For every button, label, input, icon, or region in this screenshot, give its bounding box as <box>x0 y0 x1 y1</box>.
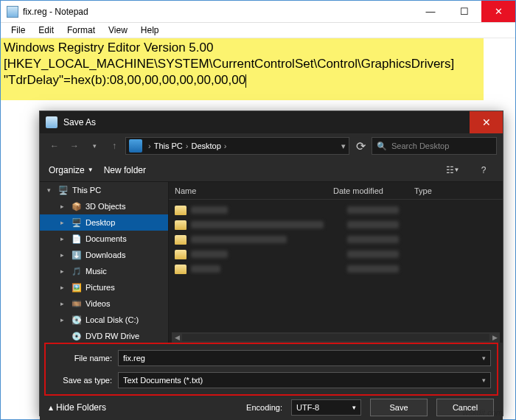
notepad-icon <box>7 6 18 18</box>
tree-item-desktop[interactable]: ▸🖥️Desktop <box>40 214 168 231</box>
scroll-right-icon[interactable]: ▶ <box>489 332 500 343</box>
dropdown-icon[interactable]: ▾ <box>338 141 349 151</box>
notepad-title: fix.reg - Notepad <box>23 7 414 17</box>
chevron-right-icon[interactable]: › <box>145 141 154 150</box>
forward-button[interactable]: → <box>66 137 83 155</box>
search-icon: 🔍 <box>377 141 387 151</box>
downloads-icon: ⬇️ <box>71 250 83 260</box>
pictures-icon: 🖼️ <box>71 282 83 293</box>
videos-icon: 🎞️ <box>71 298 83 309</box>
expand-icon[interactable]: ▸ <box>60 316 68 323</box>
saveastype-select[interactable]: Text Documents (*.txt)▾ <box>118 372 491 388</box>
chevron-up-icon: ▴ <box>49 402 53 413</box>
list-item[interactable] <box>175 247 497 262</box>
tree-item-thispc[interactable]: ▾🖥️This PC <box>40 182 168 198</box>
close-button[interactable]: ✕ <box>481 1 515 22</box>
list-item[interactable] <box>175 203 497 217</box>
expand-icon[interactable]: ▸ <box>60 235 68 242</box>
expand-icon[interactable]: ▸ <box>60 284 68 291</box>
collapse-icon[interactable]: ▾ <box>47 186 55 194</box>
tree-item-videos[interactable]: ▸🎞️Videos <box>40 295 168 312</box>
music-icon: 🎵 <box>71 266 83 276</box>
folder-icon <box>175 206 186 215</box>
folder-icon <box>175 220 186 230</box>
save-icon <box>46 116 57 128</box>
encoding-select[interactable]: UTF-8▾ <box>291 399 361 416</box>
save-button[interactable]: Save <box>370 399 428 416</box>
up-button[interactable]: ↑ <box>105 137 123 155</box>
chevron-right-icon[interactable]: › <box>183 141 192 150</box>
folder-icon <box>175 235 186 245</box>
notepad-menu: File Edit Format View Help <box>1 23 515 38</box>
folder-icon: 📦 <box>71 201 83 211</box>
list-header[interactable]: Name Date modified Type <box>169 182 503 200</box>
expand-icon[interactable]: ▸ <box>60 267 68 275</box>
maximize-button[interactable]: ☐ <box>447 1 481 22</box>
tree-item-music[interactable]: ▸🎵Music <box>40 263 168 279</box>
expand-icon[interactable]: ▸ <box>60 251 68 259</box>
menu-edit[interactable]: Edit <box>32 24 60 37</box>
help-button[interactable]: ? <box>473 162 494 178</box>
file-list[interactable]: Name Date modified Type ◀ ▶ <box>169 182 503 343</box>
column-name[interactable]: Name <box>175 186 333 195</box>
path-segment[interactable]: Desktop <box>191 141 220 150</box>
menu-file[interactable]: File <box>5 24 31 37</box>
tree-item-downloads[interactable]: ▸⬇️Downloads <box>40 247 168 263</box>
list-item[interactable] <box>175 232 497 247</box>
toolbar: Organize▼ New folder ☷ ▼ ? <box>40 158 503 182</box>
minimize-button[interactable]: — <box>414 1 447 22</box>
text-line: "TdrDelay"=hex(b):08,00,00,00,00,00,00,0… <box>4 72 481 88</box>
expand-icon[interactable]: ▸ <box>60 203 68 210</box>
menu-format[interactable]: Format <box>61 24 101 37</box>
column-date[interactable]: Date modified <box>333 186 414 195</box>
path-segment[interactable]: This PC <box>154 141 183 150</box>
notepad-textarea[interactable]: Windows Registry Editor Version 5.00 [HK… <box>1 38 484 100</box>
history-dropdown-icon[interactable]: ▾ <box>86 137 103 155</box>
nav-bar: ← → ▾ ↑ › This PC › Desktop › ▾ ⟳ 🔍 Sear… <box>40 133 503 158</box>
menu-help[interactable]: Help <box>135 24 165 37</box>
hide-folders-button[interactable]: ▴Hide Folders <box>49 402 106 413</box>
scroll-left-icon[interactable]: ◀ <box>172 332 182 343</box>
chevron-down-icon: ▼ <box>88 167 94 173</box>
refresh-button[interactable]: ⟳ <box>352 137 369 155</box>
horizontal-scrollbar[interactable]: ◀ ▶ <box>172 332 500 343</box>
address-bar[interactable]: › This PC › Desktop › ▾ <box>125 137 349 155</box>
text-line: [HKEY_LOCAL_MACHINE\SYSTEM\CurrentContro… <box>4 56 481 72</box>
expand-icon[interactable]: ▸ <box>60 300 68 307</box>
notepad-titlebar[interactable]: fix.reg - Notepad — ☐ ✕ <box>1 1 515 23</box>
folder-icon <box>175 265 186 274</box>
search-placeholder: Search Desktop <box>391 141 449 150</box>
tree-item-documents[interactable]: ▸📄Documents <box>40 231 168 247</box>
tree-item-localdisk[interactable]: ▸💽Local Disk (C:) <box>40 312 168 328</box>
saveas-title: Save As <box>63 117 470 127</box>
menu-view[interactable]: View <box>102 24 133 37</box>
dvd-icon: 💿 <box>71 331 83 341</box>
folder-tree[interactable]: ▾🖥️This PC ▸📦3D Objects ▸🖥️Desktop ▸📄Doc… <box>40 182 169 343</box>
chevron-down-icon[interactable]: ▾ <box>482 377 486 384</box>
column-type[interactable]: Type <box>414 186 503 195</box>
back-button[interactable]: ← <box>46 137 63 155</box>
filename-input[interactable]: fix.reg▾ <box>118 350 491 366</box>
tree-item-3dobjects[interactable]: ▸📦3D Objects <box>40 198 168 214</box>
search-input[interactable]: 🔍 Search Desktop <box>372 137 497 155</box>
tree-item-pictures[interactable]: ▸🖼️Pictures <box>40 279 168 295</box>
saveastype-label: Save as type: <box>52 376 118 385</box>
desktop-icon: 🖥️ <box>71 217 83 228</box>
close-button[interactable]: ✕ <box>470 111 503 133</box>
text-cursor <box>245 74 246 88</box>
encoding-label: Encoding: <box>246 403 282 412</box>
new-folder-button[interactable]: New folder <box>104 165 146 175</box>
chevron-right-icon[interactable]: › <box>221 141 230 150</box>
view-options-button[interactable]: ☷ ▼ <box>442 162 463 178</box>
list-item[interactable] <box>175 262 497 276</box>
watermark: wskdit.com <box>463 408 503 417</box>
filename-label: File name: <box>52 354 118 363</box>
expand-icon[interactable]: ▸ <box>60 219 68 226</box>
list-item[interactable] <box>175 217 497 232</box>
chevron-down-icon[interactable]: ▾ <box>482 354 486 362</box>
text-line: Windows Registry Editor Version 5.00 <box>4 40 481 56</box>
saveas-titlebar[interactable]: Save As ✕ <box>40 111 503 133</box>
dialog-bottom-bar: ▴Hide Folders Encoding: UTF-8▾ Save Canc… <box>40 396 503 420</box>
tree-item-dvd[interactable]: 💿DVD RW Drive <box>40 328 168 343</box>
organize-menu[interactable]: Organize▼ <box>49 165 94 175</box>
